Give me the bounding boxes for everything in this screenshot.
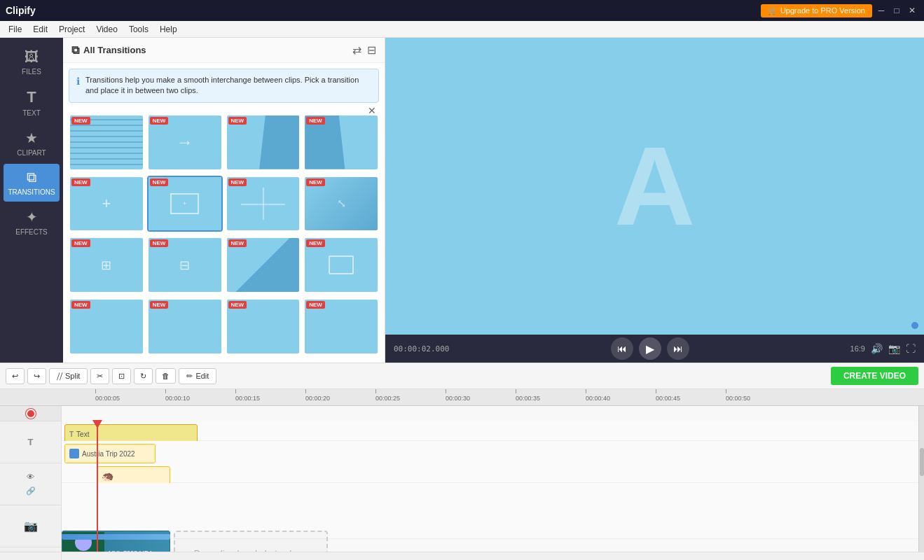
crop-button[interactable]: ⊡ — [112, 368, 131, 384]
transition-item-9[interactable]: ⊞ NEW — [69, 237, 144, 293]
transition-item-4[interactable]: NEW — [303, 114, 379, 171]
new-badge-10: NEW — [150, 239, 169, 247]
transition-item-14[interactable]: NEW — [147, 298, 223, 355]
undo-button[interactable]: ↩ — [6, 368, 25, 384]
cut-button[interactable]: ✂ — [90, 368, 109, 384]
menu-file[interactable]: File — [3, 23, 27, 36]
camera-button[interactable]: 📷 — [888, 343, 900, 354]
cart-icon: 🛒 — [768, 6, 778, 15]
transition-item-5[interactable]: + NEW — [69, 176, 144, 232]
ruler-mark-2: 00:00:10 — [165, 389, 190, 402]
sidebar-item-effects[interactable]: ✦ EFFECTS — [4, 203, 60, 241]
sidebar: 🖼 FILES T TEXT ★ CLIPART ⧉ TRANSITIONS ✦… — [0, 38, 63, 363]
skip-forward-button[interactable]: ⏭ — [667, 337, 689, 360]
sidebar-item-clipart[interactable]: ★ CLIPART — [4, 124, 60, 162]
transitions-grid: NEW → NEW NEW NEW — [63, 108, 385, 363]
track-label-text: T — [0, 421, 61, 463]
video-track: MVI_7208.MP4 2.0 Drag clips | and photos… — [62, 483, 918, 539]
create-video-button[interactable]: CREATE VIDEO — [831, 367, 918, 385]
ruler-container: 00:00:05 00:00:10 00:00:15 00:00:20 00:0… — [60, 389, 924, 406]
emoji-content: 🦔 — [102, 470, 113, 482]
menu-help[interactable]: Help — [154, 23, 183, 36]
transition-item-7[interactable]: NEW — [226, 176, 301, 232]
sidebar-item-text[interactable]: T TEXT — [4, 83, 60, 122]
text-track: T Text — [62, 421, 918, 441]
new-badge-5: NEW — [71, 178, 90, 186]
skip-back-button[interactable]: ⏮ — [611, 337, 633, 360]
shuffle-button[interactable]: ⇄ — [352, 43, 361, 57]
transition-item-15[interactable]: NEW — [226, 298, 301, 355]
ruler-mark-6: 00:00:30 — [446, 389, 470, 402]
new-badge-2: NEW — [150, 117, 169, 125]
play-button[interactable]: ▶ — [639, 337, 661, 360]
new-badge-8: NEW — [306, 178, 325, 186]
text-track-icon: T — [28, 437, 34, 447]
edit-button[interactable]: ✏ Edit — [179, 368, 216, 384]
transition-item-13[interactable]: NEW — [69, 298, 144, 355]
vertical-scrollbar[interactable] — [918, 406, 924, 552]
split-icon: ⧸⧸ — [57, 372, 62, 381]
sidebar-label-effects: EFFECTS — [15, 228, 48, 236]
view-toggle-button[interactable]: ⊟ — [367, 43, 376, 57]
split-button[interactable]: ⧸⧸ Split — [49, 368, 88, 384]
menu-edit[interactable]: Edit — [27, 23, 53, 36]
track-label-video: 📷 — [0, 505, 61, 547]
new-badge-3: NEW — [228, 117, 247, 125]
preview-letter: A — [614, 122, 696, 251]
text-clip-icon: T — [69, 430, 74, 438]
rotate-button[interactable]: ↻ — [134, 368, 153, 384]
transition-item-11[interactable]: NEW — [226, 237, 301, 293]
preview-canvas: A — [385, 38, 924, 335]
effects-icon: ✦ — [26, 209, 38, 225]
volume-button[interactable]: 🔊 — [871, 343, 883, 354]
redo-button[interactable]: ↪ — [27, 368, 46, 384]
preview-controls: 00:00:02.000 ⏮ ▶ ⏭ 16:9 🔊 📷 ⛶ — [385, 335, 924, 363]
scrollbar-thumb[interactable] — [920, 448, 924, 476]
menu-tools[interactable]: Tools — [123, 23, 154, 36]
transition-item-1[interactable]: NEW — [69, 114, 144, 171]
panel-header: ⧉ All Transitions ⇄ ⊟ — [63, 38, 385, 63]
sidebar-item-files[interactable]: 🖼 FILES — [4, 43, 60, 81]
new-badge-15: NEW — [228, 301, 247, 309]
delete-button[interactable]: 🗑 — [156, 368, 176, 384]
playhead-indicator — [26, 409, 36, 419]
austria-clip[interactable]: Austria Trip 2022 — [64, 444, 156, 463]
timeline-ruler: 00:00:05 00:00:10 00:00:15 00:00:20 00:0… — [0, 389, 924, 406]
minimize-button[interactable]: ─ — [875, 4, 888, 17]
clip-info: MVI_7208.MP4 — [104, 547, 156, 552]
menu-project[interactable]: Project — [53, 23, 90, 36]
transition-item-16[interactable]: NEW — [303, 298, 379, 355]
upgrade-button[interactable]: 🛒 Upgrade to PRO Version — [761, 4, 872, 18]
timeline-tracks[interactable]: T Text Austria Trip 2022 🦔 — [62, 406, 918, 552]
transition-item-6[interactable]: + NEW — [147, 176, 223, 232]
maximize-button[interactable]: □ — [890, 4, 903, 17]
transition-item-10[interactable]: ⊟ NEW — [147, 237, 223, 293]
link-icon[interactable]: 🔗 — [26, 486, 36, 496]
edit-icon: ✏ — [186, 372, 193, 381]
preview-area: A 00:00:02.000 ⏮ ▶ ⏭ 16:9 🔊 📷 ⛶ — [385, 38, 924, 363]
playhead-label — [0, 406, 61, 421]
fullscreen-button[interactable]: ⛶ — [906, 343, 916, 354]
new-badge-16: NEW — [306, 301, 325, 309]
sidebar-item-transitions[interactable]: ⧉ TRANSITIONS — [4, 164, 60, 202]
tracks-inner: T Text Austria Trip 2022 🦔 — [62, 421, 918, 552]
new-badge-9: NEW — [71, 239, 90, 247]
audio-sidebar: 🎵 🔈 — [0, 552, 62, 560]
transition-item-8[interactable]: ⤡ NEW — [303, 176, 379, 232]
camera-track-icon: 📷 — [24, 519, 38, 533]
transition-item-12[interactable]: NEW — [303, 237, 379, 293]
new-badge-4: NEW — [306, 117, 325, 125]
ruler-mark-8: 00:00:40 — [586, 389, 610, 402]
eye-icon[interactable]: 👁 — [27, 472, 34, 481]
audio-zone: 🎵 🔈 Double-click to add music — [0, 552, 924, 560]
transition-item-2[interactable]: → NEW — [147, 114, 223, 171]
drop-zone[interactable]: Drag clips | and photos here — [174, 531, 328, 552]
transition-item-3[interactable]: NEW — [226, 114, 301, 171]
menu-video[interactable]: Video — [90, 23, 123, 36]
close-button[interactable]: ✕ — [906, 4, 918, 17]
sidebar-label-text: TEXT — [22, 109, 41, 117]
new-badge-7: NEW — [228, 178, 247, 186]
clip-audio-strip — [62, 534, 170, 540]
text-clip-label: Text — [76, 430, 89, 438]
sidebar-label-transitions: TRANSITIONS — [8, 188, 55, 196]
